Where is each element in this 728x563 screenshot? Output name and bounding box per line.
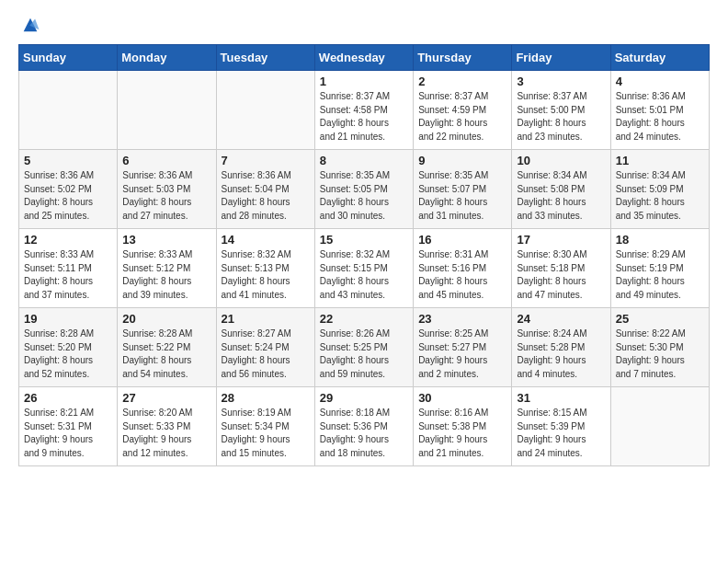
day-info: Sunrise: 8:37 AM Sunset: 5:00 PM Dayligh… bbox=[517, 90, 605, 144]
day-info: Sunrise: 8:15 AM Sunset: 5:39 PM Dayligh… bbox=[517, 407, 605, 460]
calendar-day-cell: 19Sunrise: 8:28 AM Sunset: 5:20 PM Dayli… bbox=[19, 308, 118, 387]
calendar-day-cell: 20Sunrise: 8:28 AM Sunset: 5:22 PM Dayli… bbox=[118, 308, 216, 387]
calendar-day-cell: 10Sunrise: 8:34 AM Sunset: 5:08 PM Dayli… bbox=[512, 150, 610, 229]
day-number: 14 bbox=[222, 233, 310, 247]
day-number: 28 bbox=[222, 391, 310, 405]
day-number: 6 bbox=[122, 154, 210, 167]
calendar-day-cell: 4Sunrise: 8:36 AM Sunset: 5:01 PM Daylig… bbox=[610, 71, 709, 150]
logo bbox=[18, 15, 40, 35]
day-number: 4 bbox=[616, 75, 704, 88]
day-number: 24 bbox=[517, 312, 605, 326]
calendar-day-cell: 18Sunrise: 8:29 AM Sunset: 5:19 PM Dayli… bbox=[610, 229, 709, 308]
day-info: Sunrise: 8:25 AM Sunset: 5:27 PM Dayligh… bbox=[418, 327, 506, 381]
day-number: 1 bbox=[320, 75, 408, 88]
day-number: 3 bbox=[517, 75, 605, 88]
day-number: 18 bbox=[616, 233, 704, 247]
calendar-day-cell: 2Sunrise: 8:37 AM Sunset: 4:59 PM Daylig… bbox=[414, 71, 512, 150]
calendar-day-cell: 29Sunrise: 8:18 AM Sunset: 5:36 PM Dayli… bbox=[314, 387, 413, 466]
day-info: Sunrise: 8:35 AM Sunset: 5:07 PM Dayligh… bbox=[418, 169, 506, 223]
day-info: Sunrise: 8:24 AM Sunset: 5:28 PM Dayligh… bbox=[517, 327, 605, 381]
calendar-day-cell: 17Sunrise: 8:30 AM Sunset: 5:18 PM Dayli… bbox=[512, 229, 610, 308]
day-number: 16 bbox=[418, 233, 506, 247]
calendar-day-cell: 7Sunrise: 8:36 AM Sunset: 5:04 PM Daylig… bbox=[216, 150, 314, 229]
day-number: 27 bbox=[122, 391, 210, 405]
day-number: 5 bbox=[24, 154, 112, 167]
day-info: Sunrise: 8:16 AM Sunset: 5:38 PM Dayligh… bbox=[418, 407, 506, 460]
day-info: Sunrise: 8:19 AM Sunset: 5:34 PM Dayligh… bbox=[222, 407, 310, 460]
day-number: 21 bbox=[222, 312, 310, 326]
day-info: Sunrise: 8:34 AM Sunset: 5:09 PM Dayligh… bbox=[616, 169, 704, 223]
day-info: Sunrise: 8:28 AM Sunset: 5:20 PM Dayligh… bbox=[24, 327, 112, 381]
day-info: Sunrise: 8:36 AM Sunset: 5:03 PM Dayligh… bbox=[122, 169, 210, 223]
weekday-header-cell: Thursday bbox=[414, 45, 512, 71]
day-info: Sunrise: 8:34 AM Sunset: 5:08 PM Dayligh… bbox=[517, 169, 605, 223]
day-number: 8 bbox=[320, 154, 408, 167]
calendar-day-cell: 30Sunrise: 8:16 AM Sunset: 5:38 PM Dayli… bbox=[414, 387, 512, 466]
calendar-day-cell: 6Sunrise: 8:36 AM Sunset: 5:03 PM Daylig… bbox=[118, 150, 216, 229]
day-info: Sunrise: 8:32 AM Sunset: 5:15 PM Dayligh… bbox=[320, 248, 408, 302]
day-info: Sunrise: 8:22 AM Sunset: 5:30 PM Dayligh… bbox=[616, 327, 704, 381]
day-number: 17 bbox=[517, 233, 605, 247]
calendar-day-cell: 16Sunrise: 8:31 AM Sunset: 5:16 PM Dayli… bbox=[414, 229, 512, 308]
weekday-header-cell: Wednesday bbox=[314, 45, 413, 71]
page-header bbox=[18, 15, 710, 35]
day-info: Sunrise: 8:36 AM Sunset: 5:02 PM Dayligh… bbox=[24, 169, 112, 223]
day-number: 10 bbox=[517, 154, 605, 167]
calendar-day-cell bbox=[610, 387, 709, 466]
calendar-week-row: 19Sunrise: 8:28 AM Sunset: 5:20 PM Dayli… bbox=[19, 308, 710, 387]
day-number: 25 bbox=[616, 312, 704, 326]
day-number: 11 bbox=[616, 154, 704, 167]
day-info: Sunrise: 8:32 AM Sunset: 5:13 PM Dayligh… bbox=[222, 248, 310, 302]
day-number: 29 bbox=[320, 391, 408, 405]
day-number: 26 bbox=[24, 391, 112, 405]
weekday-header-row: SundayMondayTuesdayWednesdayThursdayFrid… bbox=[19, 45, 710, 71]
calendar-table: SundayMondayTuesdayWednesdayThursdayFrid… bbox=[18, 44, 710, 466]
calendar-day-cell: 24Sunrise: 8:24 AM Sunset: 5:28 PM Dayli… bbox=[512, 308, 610, 387]
calendar-day-cell bbox=[19, 71, 118, 150]
day-number: 9 bbox=[418, 154, 506, 167]
day-info: Sunrise: 8:33 AM Sunset: 5:11 PM Dayligh… bbox=[24, 248, 112, 302]
calendar-day-cell: 11Sunrise: 8:34 AM Sunset: 5:09 PM Dayli… bbox=[610, 150, 709, 229]
calendar-day-cell: 3Sunrise: 8:37 AM Sunset: 5:00 PM Daylig… bbox=[512, 71, 610, 150]
weekday-header-cell: Tuesday bbox=[216, 45, 314, 71]
day-info: Sunrise: 8:21 AM Sunset: 5:31 PM Dayligh… bbox=[24, 407, 112, 460]
weekday-header-cell: Friday bbox=[512, 45, 610, 71]
weekday-header-cell: Sunday bbox=[19, 45, 118, 71]
day-number: 13 bbox=[122, 233, 210, 247]
day-info: Sunrise: 8:36 AM Sunset: 5:01 PM Dayligh… bbox=[616, 90, 704, 144]
calendar-day-cell: 12Sunrise: 8:33 AM Sunset: 5:11 PM Dayli… bbox=[19, 229, 118, 308]
calendar-week-row: 12Sunrise: 8:33 AM Sunset: 5:11 PM Dayli… bbox=[19, 229, 710, 308]
calendar-day-cell: 21Sunrise: 8:27 AM Sunset: 5:24 PM Dayli… bbox=[216, 308, 314, 387]
calendar-day-cell bbox=[118, 71, 216, 150]
day-info: Sunrise: 8:20 AM Sunset: 5:33 PM Dayligh… bbox=[122, 407, 210, 460]
day-info: Sunrise: 8:28 AM Sunset: 5:22 PM Dayligh… bbox=[122, 327, 210, 381]
day-info: Sunrise: 8:29 AM Sunset: 5:19 PM Dayligh… bbox=[616, 248, 704, 302]
day-info: Sunrise: 8:37 AM Sunset: 4:59 PM Dayligh… bbox=[418, 90, 506, 144]
day-info: Sunrise: 8:30 AM Sunset: 5:18 PM Dayligh… bbox=[517, 248, 605, 302]
calendar-day-cell: 27Sunrise: 8:20 AM Sunset: 5:33 PM Dayli… bbox=[118, 387, 216, 466]
day-info: Sunrise: 8:31 AM Sunset: 5:16 PM Dayligh… bbox=[418, 248, 506, 302]
calendar-day-cell: 25Sunrise: 8:22 AM Sunset: 5:30 PM Dayli… bbox=[610, 308, 709, 387]
calendar-day-cell: 14Sunrise: 8:32 AM Sunset: 5:13 PM Dayli… bbox=[216, 229, 314, 308]
day-number: 15 bbox=[320, 233, 408, 247]
day-number: 30 bbox=[418, 391, 506, 405]
day-number: 22 bbox=[320, 312, 408, 326]
day-number: 2 bbox=[418, 75, 506, 88]
calendar-day-cell: 5Sunrise: 8:36 AM Sunset: 5:02 PM Daylig… bbox=[19, 150, 118, 229]
calendar-day-cell: 1Sunrise: 8:37 AM Sunset: 4:58 PM Daylig… bbox=[314, 71, 413, 150]
calendar-day-cell: 9Sunrise: 8:35 AM Sunset: 5:07 PM Daylig… bbox=[414, 150, 512, 229]
day-info: Sunrise: 8:33 AM Sunset: 5:12 PM Dayligh… bbox=[122, 248, 210, 302]
day-number: 20 bbox=[122, 312, 210, 326]
calendar-day-cell: 13Sunrise: 8:33 AM Sunset: 5:12 PM Dayli… bbox=[118, 229, 216, 308]
day-info: Sunrise: 8:37 AM Sunset: 4:58 PM Dayligh… bbox=[320, 90, 408, 144]
day-number: 12 bbox=[24, 233, 112, 247]
day-number: 31 bbox=[517, 391, 605, 405]
calendar-week-row: 5Sunrise: 8:36 AM Sunset: 5:02 PM Daylig… bbox=[19, 150, 710, 229]
calendar-day-cell: 15Sunrise: 8:32 AM Sunset: 5:15 PM Dayli… bbox=[314, 229, 413, 308]
day-number: 19 bbox=[24, 312, 112, 326]
calendar-week-row: 1Sunrise: 8:37 AM Sunset: 4:58 PM Daylig… bbox=[19, 71, 710, 150]
weekday-header-cell: Saturday bbox=[610, 45, 709, 71]
calendar-day-cell bbox=[216, 71, 314, 150]
calendar-day-cell: 26Sunrise: 8:21 AM Sunset: 5:31 PM Dayli… bbox=[19, 387, 118, 466]
day-info: Sunrise: 8:26 AM Sunset: 5:25 PM Dayligh… bbox=[320, 327, 408, 381]
